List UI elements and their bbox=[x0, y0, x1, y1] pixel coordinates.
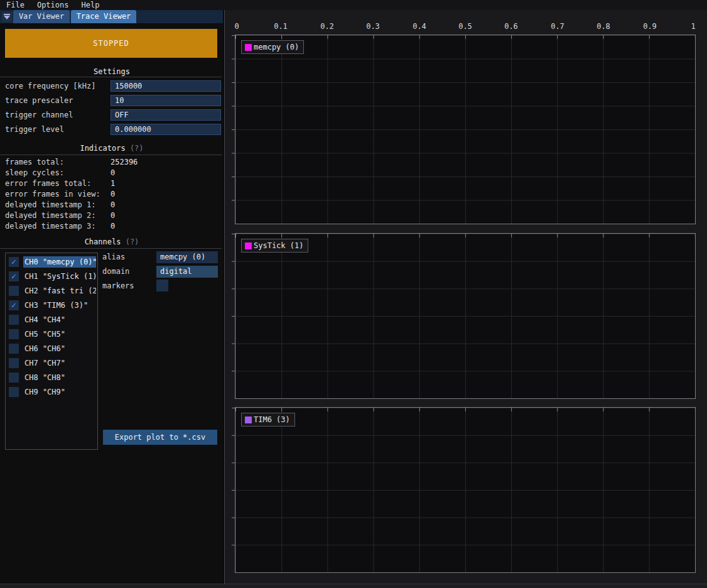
indicator-value: 0 bbox=[111, 211, 115, 220]
x-tick-label: 0 bbox=[234, 23, 239, 31]
channel-row-ch0[interactable]: ✓ CH0 "memcpy (0)" bbox=[6, 255, 97, 269]
separator bbox=[0, 248, 222, 249]
x-tick-label: 0.4 bbox=[413, 23, 426, 31]
series-color-swatch bbox=[245, 242, 252, 249]
tab-var-viewer[interactable]: Var Viewer bbox=[13, 10, 70, 23]
channel-checkbox[interactable] bbox=[9, 315, 19, 325]
separator bbox=[0, 77, 222, 77]
menu-bar: File Options Help bbox=[0, 0, 707, 10]
series-color-swatch bbox=[245, 44, 252, 51]
channels-help-hint[interactable]: (?) bbox=[126, 237, 139, 246]
legend-label: SysTick (1) bbox=[254, 241, 303, 250]
alias-input[interactable]: memcpy (0) bbox=[156, 251, 218, 263]
channel-checkbox[interactable]: ✓ bbox=[9, 271, 19, 281]
channels-header: Channels (?) bbox=[0, 237, 224, 246]
x-tick-label: 0.7 bbox=[551, 23, 564, 31]
channel-label[interactable]: CH5 "CH5" bbox=[23, 329, 96, 340]
separator bbox=[0, 155, 222, 155]
collapse-arrow-icon bbox=[4, 14, 10, 15]
menu-help[interactable]: Help bbox=[75, 0, 105, 10]
settings-header: Settings bbox=[0, 67, 224, 76]
channel-checkbox[interactable] bbox=[9, 286, 19, 296]
check-icon: ✓ bbox=[11, 271, 16, 281]
x-tick-label: 1 bbox=[691, 23, 695, 31]
channel-label[interactable]: CH8 "CH8" bbox=[23, 372, 96, 383]
indicator-label: error frames in view: bbox=[5, 190, 100, 199]
indicator-label: frames total: bbox=[5, 158, 64, 166]
alias-label: alias bbox=[102, 253, 125, 261]
markers-label: markers bbox=[102, 281, 134, 290]
trigger-channel-select[interactable]: OFF bbox=[111, 109, 221, 121]
domain-select[interactable]: digital bbox=[156, 266, 218, 278]
channel-label[interactable]: CH7 "CH7" bbox=[23, 357, 96, 369]
legend-label: memcpy (0) bbox=[254, 43, 299, 52]
plot-legend-memcpy[interactable]: memcpy (0) bbox=[241, 40, 304, 54]
trigger-level-input[interactable]: 0.000000 bbox=[111, 124, 221, 135]
channel-label[interactable]: CH4 "CH4" bbox=[23, 314, 96, 325]
channel-row-ch4[interactable]: CH4 "CH4" bbox=[6, 313, 97, 327]
channel-label[interactable]: CH1 "SysTick (1) bbox=[23, 271, 96, 282]
trace-plot-panel: 0 0.1 0.2 0.3 0.4 0.5 0.6 0.7 0.8 0.9 1 … bbox=[225, 10, 707, 584]
chevron-down-icon bbox=[4, 16, 10, 19]
channel-label[interactable]: CH9 "CH9" bbox=[23, 386, 96, 398]
plot-tim6[interactable]: TIM6 (3) bbox=[235, 407, 696, 573]
indicator-value: 0 bbox=[111, 200, 115, 209]
x-tick-label: 0.5 bbox=[458, 23, 472, 31]
channel-row-ch8[interactable]: CH8 "CH8" bbox=[6, 371, 97, 384]
window-collapse-button[interactable] bbox=[2, 12, 12, 22]
menu-file[interactable]: File bbox=[0, 0, 31, 10]
indicator-label: error frames total: bbox=[5, 179, 91, 188]
x-tick-label: 0.9 bbox=[643, 23, 657, 31]
indicator-label: delayed timestamp 2: bbox=[5, 211, 96, 220]
channel-row-ch1[interactable]: ✓ CH1 "SysTick (1) bbox=[6, 270, 97, 283]
start-stop-button[interactable]: STOPPED bbox=[5, 29, 217, 58]
channel-row-ch3[interactable]: ✓ CH3 "TIM6 (3)" bbox=[6, 298, 97, 312]
channel-row-ch2[interactable]: CH2 "fast tri (2 bbox=[6, 284, 97, 298]
plot-legend-tim6[interactable]: TIM6 (3) bbox=[241, 413, 295, 427]
indicators-help-hint[interactable]: (?) bbox=[130, 144, 144, 153]
indicator-value: 0 bbox=[111, 222, 115, 231]
trace-prescaler-label: trace prescaler bbox=[5, 96, 73, 105]
channel-checkbox[interactable] bbox=[9, 358, 19, 368]
x-tick-label: 0.1 bbox=[274, 23, 288, 31]
channel-checkbox[interactable] bbox=[9, 329, 19, 339]
trigger-level-label: trigger level bbox=[5, 125, 64, 134]
export-csv-button[interactable]: Export plot to *.csv bbox=[103, 430, 217, 445]
x-tick-label: 0.8 bbox=[596, 23, 610, 31]
channels-title: Channels bbox=[85, 237, 121, 246]
channel-checkbox[interactable]: ✓ bbox=[9, 300, 19, 310]
indicator-label: delayed timestamp 3: bbox=[5, 222, 96, 231]
channel-checkbox[interactable] bbox=[9, 387, 19, 397]
legend-label: TIM6 (3) bbox=[254, 415, 290, 424]
plot-memcpy[interactable]: memcpy (0) bbox=[235, 35, 696, 224]
channel-row-ch6[interactable]: CH6 "CH6" bbox=[6, 342, 97, 356]
channel-checkbox[interactable] bbox=[9, 373, 19, 383]
channel-checkbox[interactable] bbox=[9, 344, 19, 354]
channel-row-ch9[interactable]: CH9 "CH9" bbox=[6, 385, 97, 399]
channel-checkbox[interactable]: ✓ bbox=[9, 257, 19, 267]
check-icon: ✓ bbox=[11, 257, 16, 267]
indicators-title: Indicators bbox=[80, 144, 125, 153]
menu-options[interactable]: Options bbox=[31, 0, 75, 10]
trace-prescaler-input[interactable]: 10 bbox=[111, 95, 221, 106]
channel-label[interactable]: CH6 "CH6" bbox=[23, 343, 96, 354]
core-frequency-input[interactable]: 150000 bbox=[111, 80, 221, 92]
channel-row-ch5[interactable]: CH5 "CH5" bbox=[6, 327, 97, 341]
series-color-swatch bbox=[245, 416, 252, 423]
indicator-value: 0 bbox=[111, 190, 115, 199]
indicator-label: sleep cycles: bbox=[5, 168, 64, 177]
indicator-value: 0 bbox=[111, 168, 115, 177]
domain-label: domain bbox=[102, 267, 129, 276]
channel-label[interactable]: CH0 "memcpy (0)" bbox=[23, 256, 96, 268]
indicators-header: Indicators (?) bbox=[0, 144, 224, 153]
tab-trace-viewer[interactable]: Trace Viewer bbox=[71, 10, 136, 23]
plot-legend-systick[interactable]: SysTick (1) bbox=[241, 239, 308, 253]
channel-row-ch7[interactable]: CH7 "CH7" bbox=[6, 356, 97, 370]
channel-label[interactable]: CH3 "TIM6 (3)" bbox=[23, 300, 96, 311]
core-frequency-label: core frequency [kHz] bbox=[5, 82, 96, 90]
channel-label[interactable]: CH2 "fast tri (2 bbox=[23, 285, 96, 297]
markers-checkbox[interactable] bbox=[156, 280, 168, 291]
window-resize-strip[interactable] bbox=[0, 584, 707, 588]
plot-systick[interactable]: SysTick (1) bbox=[235, 233, 696, 399]
trigger-channel-label: trigger channel bbox=[5, 111, 73, 119]
